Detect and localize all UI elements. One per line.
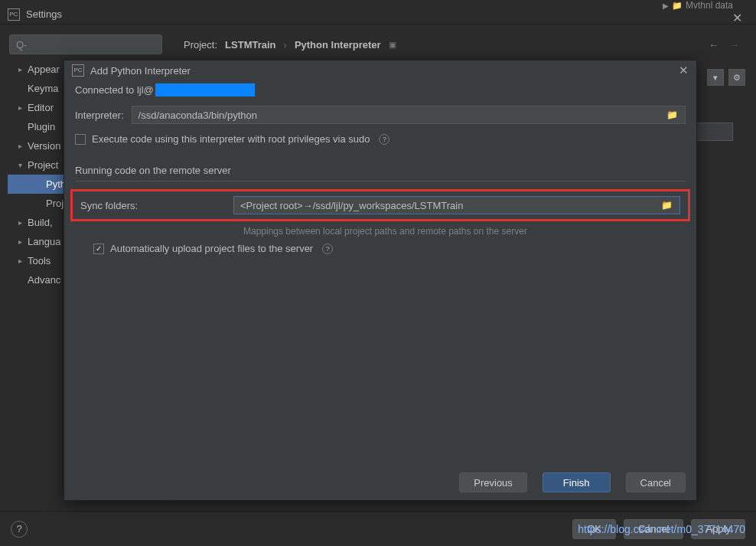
interpreter-input[interactable]: /ssd/anaconda3/bin/python 📁 [132, 106, 686, 124]
sync-folders-label: Sync folders: [80, 200, 223, 211]
watermark-text: https://blog.csdn.net/m0_37714470 [578, 523, 745, 535]
connected-to-row: Connected to ljl@ [75, 83, 686, 96]
sidebar-item-label: Version [28, 140, 60, 152]
sidebar-item-label: Project [28, 159, 58, 171]
back-icon[interactable]: ← [709, 39, 719, 51]
connected-host-redacted [155, 83, 255, 96]
interpreter-row: Interpreter: /ssd/anaconda3/bin/python 📁 [75, 106, 686, 124]
gear-icon[interactable]: ⚙ [728, 69, 745, 86]
chevron-right-icon: ▸ [18, 218, 28, 227]
dialog-button-row: Previous Finish Cancel [75, 465, 686, 492]
sidebar-item-label: Langua [28, 236, 60, 247]
pycharm-icon: PC [72, 64, 84, 77]
close-icon[interactable]: ✕ [679, 64, 689, 77]
module-icon: ▣ [389, 40, 396, 50]
chevron-down-icon: ▾ [18, 161, 28, 169]
help-icon[interactable]: ? [379, 134, 389, 145]
auto-upload-row: ✓ Automatically upload project files to … [93, 243, 686, 254]
dialog-title: Add Python Interpreter [90, 65, 191, 77]
help-icon[interactable]: ? [11, 521, 28, 538]
separator [75, 181, 686, 181]
close-icon[interactable]: ✕ [732, 11, 742, 25]
chevron-right-icon: ▸ [18, 237, 28, 246]
interpreter-label: Interpreter: [75, 110, 124, 121]
breadcrumb-prefix: Project: [184, 39, 217, 51]
settings-titlebar: PC Settings ✕ [0, 5, 756, 25]
sidebar-item-label: Tools [28, 255, 51, 266]
sidebar-item-label: Plugin [28, 121, 55, 132]
sidebar-item-label: Editor [28, 102, 54, 113]
help-icon[interactable]: ? [322, 244, 333, 254]
sidebar-item-label: Advanc [28, 274, 60, 286]
forward-icon[interactable]: → [729, 39, 739, 51]
sudo-label: Execute code using this interpreter with… [92, 133, 370, 145]
sidebar-item-label: Keyma [28, 83, 58, 94]
sync-folders-input[interactable]: <Project root>→/ssd/ljl/py_workspaces/LS… [233, 196, 680, 214]
breadcrumb: Project: LSTMTrain › Python Interpreter … [184, 39, 396, 51]
breadcrumb-project: LSTMTrain [225, 39, 275, 51]
sync-hint: Mappings between local project paths and… [243, 226, 686, 237]
breadcrumb-section: Python Interpreter [295, 39, 381, 51]
add-interpreter-dialog: PC Add Python Interpreter ✕ Connected to… [64, 60, 697, 501]
auto-upload-checkbox[interactable]: ✓ [93, 244, 104, 254]
auto-upload-label: Automatically upload project files to th… [110, 243, 313, 254]
previous-button[interactable]: Previous [459, 472, 527, 492]
folder-icon[interactable]: 📁 [660, 200, 673, 211]
pycharm-icon: PC [8, 8, 20, 21]
sudo-checkbox[interactable] [75, 134, 86, 145]
finish-button[interactable]: Finish [543, 472, 611, 492]
chevron-right-icon: › [284, 39, 287, 51]
dialog-titlebar: PC Add Python Interpreter ✕ [64, 60, 696, 80]
chevron-right-icon: ▸ [18, 257, 28, 265]
folder-icon[interactable]: 📁 [665, 110, 679, 120]
connected-label: Connected to ljl@ [75, 84, 154, 96]
chevron-right-icon: ▸ [18, 65, 28, 74]
sudo-checkbox-row: Execute code using this interpreter with… [75, 133, 686, 145]
sidebar-item-label: Build, [28, 217, 53, 228]
toolbar: Q- Project: LSTMTrain › Python Interpret… [0, 31, 756, 58]
sync-folders-highlight: Sync folders: <Project root>→/ssd/ljl/py… [70, 189, 690, 221]
settings-title: Settings [26, 8, 62, 20]
sidebar-item-label: Appear [28, 64, 60, 75]
chevron-right-icon: ▸ [18, 103, 28, 112]
running-section-label: Running code on the remote server [75, 165, 686, 176]
chevron-right-icon: ▸ [18, 142, 28, 150]
cancel-button[interactable]: Cancel [626, 472, 686, 492]
search-input[interactable]: Q- [9, 34, 162, 54]
dropdown-button[interactable]: ▾ [707, 69, 724, 86]
